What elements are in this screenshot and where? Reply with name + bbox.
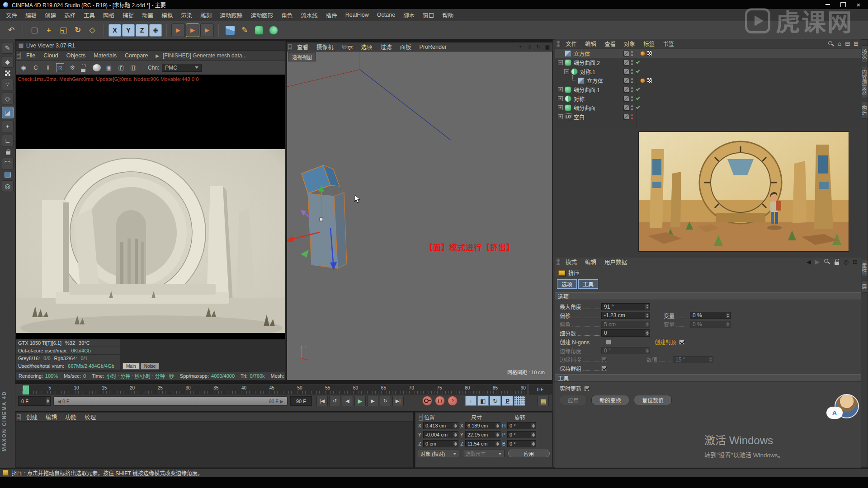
viewport-menu-item[interactable]: 查看 xyxy=(293,42,312,51)
live-selection-icon[interactable]: ▢ xyxy=(28,23,41,37)
dock-side-tab[interactable]: 场次 xyxy=(862,45,868,62)
render-view-icon[interactable]: ▶ xyxy=(171,23,185,37)
menubar-item[interactable]: 模拟 xyxy=(157,11,177,19)
enabled-check-icon[interactable] xyxy=(636,96,640,100)
object-row[interactable]: + L0 空白 xyxy=(555,112,861,121)
zoom-view-icon[interactable]: ⇕ xyxy=(526,44,533,50)
object-manager-menu-item[interactable]: 书签 xyxy=(659,39,678,48)
max-angle-field[interactable]: 91 ° xyxy=(601,303,650,310)
object-row[interactable]: + 细分曲面 xyxy=(555,103,861,112)
visibility-toggle[interactable] xyxy=(623,51,629,56)
menubar-item[interactable]: RealFlow xyxy=(341,12,373,18)
spinner[interactable] xyxy=(531,432,535,437)
restart-render-icon[interactable]: C xyxy=(32,63,40,72)
spinner[interactable] xyxy=(453,441,458,446)
material-menu-item[interactable]: 编辑 xyxy=(42,413,61,421)
live-viewer-menu-item[interactable]: Compare xyxy=(121,52,152,59)
edge-mode-icon[interactable]: ◇ xyxy=(2,93,14,104)
main-view-tab[interactable]: Main xyxy=(123,363,140,370)
menubar-item[interactable]: 捕捉 xyxy=(118,11,138,19)
menubar-item[interactable]: 脚本 xyxy=(399,11,419,19)
spinner[interactable] xyxy=(495,432,500,437)
focus-icon[interactable]: ◎ xyxy=(844,258,849,265)
object-row[interactable]: − 对称.1 xyxy=(555,67,861,76)
scale-tool-icon[interactable]: ◱ xyxy=(57,23,70,37)
spinner[interactable] xyxy=(645,313,649,318)
coordinate-system-icon[interactable]: ⊕ xyxy=(149,24,162,37)
timeline-ruler[interactable]: 051015202530354045505560657075808590 xyxy=(22,385,527,394)
expander-icon[interactable]: + xyxy=(558,96,563,101)
parameter-key-button[interactable]: P xyxy=(502,396,513,406)
generator-icon[interactable] xyxy=(269,26,278,35)
end-frame-field[interactable]: 90 F xyxy=(290,396,312,406)
pause-render-icon[interactable]: ‖ xyxy=(44,63,52,72)
expander-icon[interactable]: − xyxy=(564,69,569,74)
texture-paint-icon[interactable] xyxy=(5,172,11,178)
tab-options[interactable]: 选项 xyxy=(557,279,577,289)
live-viewer-menu-item[interactable]: Materials xyxy=(90,52,121,59)
last-tool-icon[interactable]: ◇ xyxy=(85,23,99,37)
material-menu-item[interactable]: 创建 xyxy=(22,413,42,421)
subdivision-surface-icon[interactable] xyxy=(255,26,264,35)
tab-tool[interactable]: 工具 xyxy=(578,279,598,289)
workplane-icon[interactable]: ∟ xyxy=(2,135,14,146)
menubar-item[interactable]: 编辑 xyxy=(21,11,41,19)
current-frame-field[interactable]: 0 F xyxy=(18,396,51,406)
goto-end-button[interactable]: ▶| xyxy=(392,396,404,406)
disabled-dots[interactable] xyxy=(631,114,633,119)
pan-view-icon[interactable]: + xyxy=(517,44,524,50)
spinner[interactable] xyxy=(531,423,535,428)
position-x-field[interactable]: 0.413 cm xyxy=(423,422,458,429)
point-mode-icon[interactable]: ∵ xyxy=(2,79,14,90)
object-manager-menu-item[interactable]: 编辑 xyxy=(581,39,600,48)
options-section-header[interactable]: 选项 xyxy=(555,292,861,300)
viewport-menu-item[interactable]: 面板 xyxy=(396,42,415,51)
scale-key-button[interactable]: ◧ xyxy=(477,396,489,406)
home-icon[interactable]: ⌂ xyxy=(838,40,841,47)
menubar-item[interactable]: 角色 xyxy=(277,11,297,19)
menubar-item[interactable]: 插件 xyxy=(322,11,341,19)
focus-picker-icon[interactable]: Ⓕ xyxy=(117,63,125,72)
expander-icon[interactable]: − xyxy=(558,60,563,65)
coordinate-mode-dropdown[interactable]: 对象 (相对) xyxy=(418,450,459,457)
noise-view-tab[interactable]: Noise xyxy=(141,363,160,370)
history-back-icon[interactable]: ◀ xyxy=(807,258,811,265)
coordinates-apply-button[interactable]: 应用 xyxy=(508,450,550,457)
expander-icon[interactable]: + xyxy=(558,114,563,119)
object-row[interactable]: − 细分曲面.2 xyxy=(555,58,861,67)
keep-groups-checkbox[interactable] xyxy=(601,366,607,371)
collapse-all-icon[interactable]: ⊟ xyxy=(845,40,850,47)
texture-mode-icon[interactable] xyxy=(5,70,11,76)
ngons-checkbox[interactable] xyxy=(606,339,611,345)
menubar-item[interactable]: 网格 xyxy=(99,11,118,19)
polygon-mode-icon[interactable]: ◪ xyxy=(2,107,14,118)
menubar-item[interactable]: 创建 xyxy=(41,11,60,19)
settings-gear-icon[interactable]: ⚙ xyxy=(68,63,76,72)
attribute-menu-item[interactable]: 用户数据 xyxy=(600,258,631,266)
expander-icon[interactable]: + xyxy=(558,105,563,110)
viewport-menu-item[interactable]: ProRender xyxy=(415,44,451,50)
enabled-check-icon[interactable] xyxy=(636,60,640,64)
size-y-field[interactable]: 22.15 cm xyxy=(465,431,500,438)
object-row[interactable]: 立方体 xyxy=(555,49,861,58)
object-manager-menu-item[interactable]: 标签 xyxy=(639,39,659,48)
enable-axis-icon[interactable]: + xyxy=(2,121,14,132)
play-button[interactable]: ▶ xyxy=(354,396,366,406)
timeline-window-icon[interactable]: ▤ xyxy=(538,396,549,406)
viewport-menu-item[interactable]: 选项 xyxy=(357,42,377,51)
visibility-toggle[interactable] xyxy=(623,105,629,111)
avatar-badge[interactable]: A xyxy=(826,407,843,419)
visibility-toggle[interactable] xyxy=(623,87,629,93)
material-tag-icon[interactable] xyxy=(640,51,645,56)
frame-range-scrubber[interactable]: ◀ 0 F 90 F ▶ xyxy=(53,396,288,406)
convert-editable-icon[interactable]: ✎ xyxy=(2,42,14,54)
menubar-item[interactable]: 运动跟踪 xyxy=(216,11,246,19)
chevron-right-icon[interactable]: ▶ xyxy=(156,53,159,58)
enabled-check-icon[interactable] xyxy=(636,87,640,91)
menubar-item[interactable]: 雕刻 xyxy=(196,11,216,19)
viewport-menu-item[interactable]: 摄像机 xyxy=(312,42,338,51)
spinner[interactable] xyxy=(645,330,649,336)
tools-section-header[interactable]: 工具 xyxy=(555,374,861,382)
rotation-b-field[interactable]: 0 ° xyxy=(507,440,536,447)
spinner[interactable] xyxy=(531,441,535,446)
